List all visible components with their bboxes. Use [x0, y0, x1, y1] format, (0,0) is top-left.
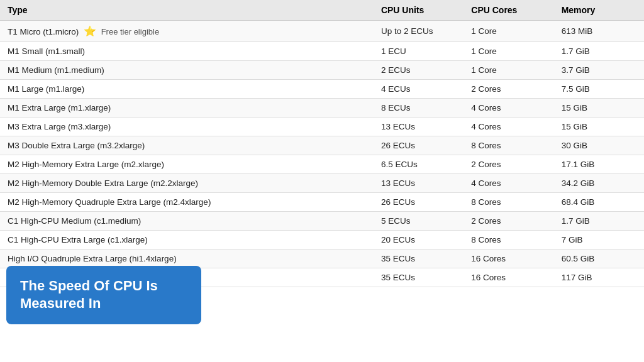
cell-cpu-units: 2 ECUs — [374, 61, 464, 80]
cell-cpu-units: 26 ECUs — [374, 193, 464, 212]
cell-memory: 1.7 GiB — [554, 212, 644, 231]
cell-memory: 15 GiB — [554, 118, 644, 136]
cell-type: M2 High-Memory Extra Large (m2.xlarge) — [0, 155, 374, 174]
cell-memory: 30 GiB — [554, 136, 644, 155]
cell-cpu-cores: 4 Cores — [464, 118, 553, 136]
cell-type: C1 High-CPU Extra Large (c1.xlarge) — [0, 231, 374, 250]
tooltip-overlay: The Speed Of CPU Is Measured In — [6, 266, 201, 324]
cell-type: M1 Small (m1.small) — [0, 42, 374, 61]
cell-type: T1 Micro (t1.micro) ⭐ Free tier eligible — [0, 21, 374, 42]
cell-memory: 34.2 GiB — [554, 174, 644, 193]
cell-memory: 60.5 GiB — [554, 250, 644, 268]
cell-cpu-units: 35 ECUs — [374, 268, 464, 287]
table-row: M2 High-Memory Extra Large (m2.xlarge)6.… — [0, 155, 644, 174]
cell-cpu-units: 26 ECUs — [374, 136, 464, 155]
cell-cpu-cores: 16 Cores — [464, 250, 553, 268]
cell-type: M1 Extra Large (m1.xlarge) — [0, 99, 374, 118]
table-row: T1 Micro (t1.micro) ⭐ Free tier eligible… — [0, 21, 644, 42]
header-type: Type — [0, 0, 374, 21]
table-row: M1 Medium (m1.medium)2 ECUs1 Core3.7 GiB — [0, 61, 644, 80]
table-row: M3 Double Extra Large (m3.2xlarge)26 ECU… — [0, 136, 644, 155]
cell-cpu-units: 13 ECUs — [374, 118, 464, 136]
cell-cpu-cores: 8 Cores — [464, 136, 553, 155]
cell-memory: 1.7 GiB — [554, 42, 644, 61]
cell-memory: 3.7 GiB — [554, 61, 644, 80]
cell-cpu-cores: 8 Cores — [464, 231, 553, 250]
table-row: M1 Large (m1.large)4 ECUs2 Cores7.5 GiB — [0, 80, 644, 99]
cell-type: M2 High-Memory Double Extra Large (m2.2x… — [0, 174, 374, 193]
cell-memory: 15 GiB — [554, 99, 644, 118]
cell-cpu-units: 8 ECUs — [374, 99, 464, 118]
cell-cpu-units: 35 ECUs — [374, 250, 464, 268]
star-icon: ⭐ — [84, 26, 96, 36]
cell-cpu-cores: 4 Cores — [464, 174, 553, 193]
cell-cpu-units: 1 ECU — [374, 42, 464, 61]
cell-memory: 7 GiB — [554, 231, 644, 250]
cell-type: M1 Medium (m1.medium) — [0, 61, 374, 80]
header-cpu-cores: CPU Cores — [464, 0, 553, 21]
cell-type: M2 High-Memory Quadruple Extra Large (m2… — [0, 193, 374, 212]
cell-cpu-cores: 1 Core — [464, 42, 553, 61]
table-header-row: Type CPU Units CPU Cores Memory — [0, 0, 644, 21]
cell-cpu-cores: 2 Cores — [464, 155, 553, 174]
table-row: C1 High-CPU Medium (c1.medium)5 ECUs2 Co… — [0, 212, 644, 231]
cell-cpu-cores: 1 Core — [464, 61, 553, 80]
cell-memory: 68.4 GiB — [554, 193, 644, 212]
cell-type: M1 Large (m1.large) — [0, 80, 374, 99]
header-cpu-units: CPU Units — [374, 0, 464, 21]
table-row: M1 Small (m1.small)1 ECU1 Core1.7 GiB — [0, 42, 644, 61]
tooltip-text: The Speed Of CPU Is Measured In — [20, 278, 158, 312]
cell-cpu-cores: 1 Core — [464, 21, 553, 42]
table-row: M1 Extra Large (m1.xlarge)8 ECUs4 Cores1… — [0, 99, 644, 118]
cell-cpu-cores: 4 Cores — [464, 99, 553, 118]
cell-cpu-units: 4 ECUs — [374, 80, 464, 99]
cell-type: C1 High-CPU Medium (c1.medium) — [0, 212, 374, 231]
cell-cpu-cores: 2 Cores — [464, 212, 553, 231]
table-row: M2 High-Memory Quadruple Extra Large (m2… — [0, 193, 644, 212]
cell-cpu-units: 5 ECUs — [374, 212, 464, 231]
free-tier-label: Free tier eligible — [99, 27, 159, 36]
instance-types-table: Type CPU Units CPU Cores Memory T1 Micro… — [0, 0, 644, 287]
cell-cpu-units: Up to 2 ECUs — [374, 21, 464, 42]
cell-memory: 117 GiB — [554, 268, 644, 287]
cell-type: M3 Extra Large (m3.xlarge) — [0, 118, 374, 136]
cell-cpu-cores: 8 Cores — [464, 193, 553, 212]
table-row: M3 Extra Large (m3.xlarge)13 ECUs4 Cores… — [0, 118, 644, 136]
cell-cpu-units: 13 ECUs — [374, 174, 464, 193]
cell-cpu-cores: 16 Cores — [464, 268, 553, 287]
cell-memory: 7.5 GiB — [554, 80, 644, 99]
header-memory: Memory — [554, 0, 644, 21]
cell-memory: 17.1 GiB — [554, 155, 644, 174]
table-row: M2 High-Memory Double Extra Large (m2.2x… — [0, 174, 644, 193]
table-row: C1 High-CPU Extra Large (c1.xlarge)20 EC… — [0, 231, 644, 250]
cell-memory: 613 MiB — [554, 21, 644, 42]
cell-cpu-cores: 2 Cores — [464, 80, 553, 99]
cell-type: M3 Double Extra Large (m3.2xlarge) — [0, 136, 374, 155]
table-body: T1 Micro (t1.micro) ⭐ Free tier eligible… — [0, 21, 644, 287]
cell-cpu-units: 6.5 ECUs — [374, 155, 464, 174]
cell-cpu-units: 20 ECUs — [374, 231, 464, 250]
